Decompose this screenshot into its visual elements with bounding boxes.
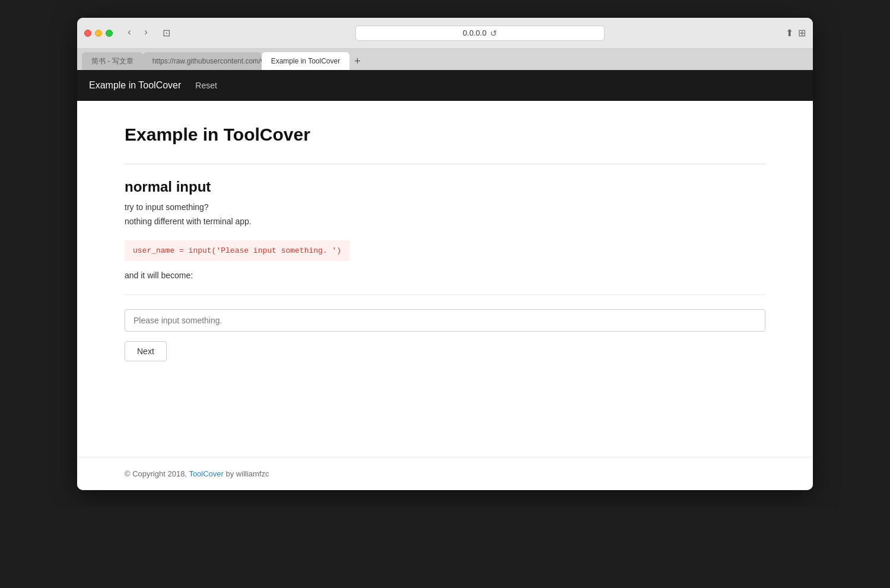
- section-heading: normal input: [125, 179, 765, 195]
- content-divider: [125, 294, 765, 295]
- reload-button[interactable]: ↺: [490, 28, 497, 38]
- tab-label: https://raw.githubusercontent.com/willia…: [152, 57, 262, 65]
- page-content: Example in ToolCover normal input try to…: [77, 101, 813, 457]
- address-text: 0.0.0.0: [463, 28, 487, 37]
- navbar-brand: Example in ToolCover: [89, 80, 181, 91]
- section-text-2: nothing different with terminal app.: [125, 217, 765, 226]
- toolbar-actions: ⬆ ⊞: [786, 27, 806, 39]
- forward-button[interactable]: ›: [139, 25, 153, 39]
- footer-copyright: © Copyright 2018,: [125, 469, 187, 478]
- add-tab-button[interactable]: +: [349, 52, 365, 70]
- share-button[interactable]: ⬆: [786, 27, 793, 39]
- section-divider: [125, 164, 765, 164]
- new-tab-button[interactable]: ⊞: [798, 27, 806, 39]
- address-bar-container: 0.0.0.0 ↺: [179, 26, 781, 41]
- nav-buttons: ‹ › ⊡: [122, 25, 174, 42]
- page-title: Example in ToolCover: [125, 125, 765, 145]
- section-text-3: and it will become:: [125, 271, 765, 280]
- minimize-button[interactable]: [95, 30, 102, 37]
- navbar-reset-link[interactable]: Reset: [195, 81, 217, 90]
- section-text-1: try to input something?: [125, 202, 765, 212]
- back-button[interactable]: ‹: [122, 25, 136, 39]
- next-button[interactable]: Next: [125, 341, 167, 361]
- tab-toolcover[interactable]: Example in ToolCover: [262, 52, 350, 70]
- code-block: user_name = input('Please input somethin…: [125, 240, 349, 261]
- code-text: user_name = input('Please input somethin…: [133, 246, 341, 255]
- tab-github[interactable]: https://raw.githubusercontent.com/willia…: [143, 52, 262, 70]
- traffic-lights: [84, 30, 113, 37]
- app-navbar: Example in ToolCover Reset: [77, 70, 813, 101]
- footer-by: by williamfzc: [226, 469, 269, 478]
- footer-link[interactable]: ToolCover: [189, 469, 224, 478]
- page-footer: © Copyright 2018, ToolCover by williamfz…: [77, 457, 813, 490]
- title-bar: ‹ › ⊡ 0.0.0.0 ↺ ⬆ ⊞: [77, 18, 813, 49]
- close-button[interactable]: [84, 30, 91, 37]
- sidebar-button[interactable]: ⊡: [158, 25, 174, 42]
- tabs-bar: 简书 - 写文章 https://raw.githubusercontent.c…: [77, 49, 813, 70]
- tab-label: 简书 - 写文章: [91, 56, 134, 66]
- address-bar[interactable]: 0.0.0.0 ↺: [355, 26, 605, 41]
- user-name-input[interactable]: [125, 309, 765, 332]
- tab-jianshuo[interactable]: 简书 - 写文章: [82, 52, 143, 70]
- tab-label: Example in ToolCover: [271, 57, 341, 65]
- maximize-button[interactable]: [106, 30, 113, 37]
